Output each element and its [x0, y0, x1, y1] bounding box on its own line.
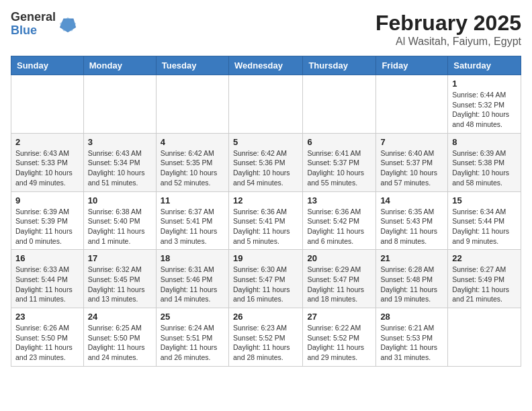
calendar-location: Al Wasitah, Faiyum, Egypt [375, 36, 521, 48]
calendar-cell: 8Sunrise: 6:39 AM Sunset: 5:38 PM Daylig… [448, 133, 521, 191]
calendar-cell: 2Sunrise: 6:43 AM Sunset: 5:33 PM Daylig… [11, 133, 84, 191]
weekday-header-friday: Friday [376, 56, 448, 75]
day-number: 16 [15, 253, 79, 263]
day-info: Sunrise: 6:25 AM Sunset: 5:50 PM Dayligh… [88, 323, 152, 363]
day-info: Sunrise: 6:36 AM Sunset: 5:42 PM Dayligh… [307, 207, 371, 246]
calendar-cell [376, 75, 448, 134]
weekday-header-wednesday: Wednesday [228, 56, 302, 75]
day-number: 12 [233, 195, 298, 205]
day-info: Sunrise: 6:31 AM Sunset: 5:46 PM Dayligh… [161, 265, 224, 304]
day-info: Sunrise: 6:24 AM Sunset: 5:51 PM Dayligh… [161, 323, 224, 363]
calendar-cell: 5Sunrise: 6:42 AM Sunset: 5:36 PM Daylig… [228, 133, 302, 191]
calendar-cell [11, 75, 84, 134]
calendar-cell: 16Sunrise: 6:33 AM Sunset: 5:44 PM Dayli… [11, 250, 84, 308]
day-number: 8 [452, 137, 517, 147]
day-info: Sunrise: 6:35 AM Sunset: 5:43 PM Dayligh… [380, 207, 443, 246]
day-info: Sunrise: 6:27 AM Sunset: 5:49 PM Dayligh… [452, 265, 517, 304]
calendar-cell: 19Sunrise: 6:30 AM Sunset: 5:47 PM Dayli… [228, 250, 302, 308]
calendar-cell: 10Sunrise: 6:38 AM Sunset: 5:40 PM Dayli… [83, 191, 156, 250]
title-block: February 2025 Al Wasitah, Faiyum, Egypt [375, 11, 521, 48]
day-info: Sunrise: 6:42 AM Sunset: 5:36 PM Dayligh… [233, 148, 298, 188]
weekday-header-row: SundayMondayTuesdayWednesdayThursdayFrid… [11, 56, 521, 75]
week-row-1: 1Sunrise: 6:44 AM Sunset: 5:32 PM Daylig… [11, 75, 521, 134]
day-number: 25 [161, 312, 224, 322]
day-number: 28 [380, 312, 443, 322]
logo-blue-text: Blue [11, 24, 56, 38]
day-info: Sunrise: 6:32 AM Sunset: 5:45 PM Dayligh… [88, 265, 152, 304]
weekday-header-tuesday: Tuesday [156, 56, 228, 75]
calendar-cell: 20Sunrise: 6:29 AM Sunset: 5:47 PM Dayli… [303, 250, 376, 308]
day-number: 22 [452, 253, 517, 263]
calendar-cell [303, 75, 376, 134]
calendar-cell: 12Sunrise: 6:36 AM Sunset: 5:41 PM Dayli… [228, 191, 302, 250]
calendar-cell: 27Sunrise: 6:22 AM Sunset: 5:52 PM Dayli… [303, 308, 376, 367]
logo-general-text: General [11, 11, 56, 24]
day-info: Sunrise: 6:36 AM Sunset: 5:41 PM Dayligh… [233, 207, 298, 246]
calendar-cell [156, 75, 228, 134]
weekday-header-saturday: Saturday [448, 56, 521, 75]
week-row-5: 23Sunrise: 6:26 AM Sunset: 5:50 PM Dayli… [11, 308, 521, 367]
day-number: 7 [380, 137, 443, 147]
day-number: 9 [15, 195, 79, 205]
day-number: 14 [380, 195, 443, 205]
day-info: Sunrise: 6:43 AM Sunset: 5:34 PM Dayligh… [88, 148, 152, 188]
day-number: 15 [452, 195, 517, 205]
day-info: Sunrise: 6:39 AM Sunset: 5:39 PM Dayligh… [15, 207, 79, 246]
calendar-cell [83, 75, 156, 134]
day-number: 4 [161, 137, 224, 147]
calendar-cell: 3Sunrise: 6:43 AM Sunset: 5:34 PM Daylig… [83, 133, 156, 191]
week-row-2: 2Sunrise: 6:43 AM Sunset: 5:33 PM Daylig… [11, 133, 521, 191]
calendar-cell: 28Sunrise: 6:21 AM Sunset: 5:53 PM Dayli… [376, 308, 448, 367]
calendar-cell: 17Sunrise: 6:32 AM Sunset: 5:45 PM Dayli… [83, 250, 156, 308]
calendar-cell: 18Sunrise: 6:31 AM Sunset: 5:46 PM Dayli… [156, 250, 228, 308]
day-number: 27 [307, 312, 371, 322]
day-info: Sunrise: 6:38 AM Sunset: 5:40 PM Dayligh… [88, 207, 152, 246]
calendar-cell: 23Sunrise: 6:26 AM Sunset: 5:50 PM Dayli… [11, 308, 84, 367]
day-number: 21 [380, 253, 443, 263]
calendar-cell: 15Sunrise: 6:34 AM Sunset: 5:44 PM Dayli… [448, 191, 521, 250]
day-number: 24 [88, 312, 152, 322]
day-info: Sunrise: 6:23 AM Sunset: 5:52 PM Dayligh… [233, 323, 298, 363]
day-number: 20 [307, 253, 371, 263]
day-number: 10 [88, 195, 152, 205]
calendar-cell: 14Sunrise: 6:35 AM Sunset: 5:43 PM Dayli… [376, 191, 448, 250]
logo-icon [58, 15, 77, 34]
day-info: Sunrise: 6:42 AM Sunset: 5:35 PM Dayligh… [161, 148, 224, 188]
week-row-4: 16Sunrise: 6:33 AM Sunset: 5:44 PM Dayli… [11, 250, 521, 308]
day-info: Sunrise: 6:21 AM Sunset: 5:53 PM Dayligh… [380, 323, 443, 363]
day-number: 2 [15, 137, 79, 147]
calendar-cell: 24Sunrise: 6:25 AM Sunset: 5:50 PM Dayli… [83, 308, 156, 367]
day-info: Sunrise: 6:30 AM Sunset: 5:47 PM Dayligh… [233, 265, 298, 304]
day-info: Sunrise: 6:28 AM Sunset: 5:48 PM Dayligh… [380, 265, 443, 304]
day-number: 26 [233, 312, 298, 322]
calendar-cell: 25Sunrise: 6:24 AM Sunset: 5:51 PM Dayli… [156, 308, 228, 367]
weekday-header-monday: Monday [83, 56, 156, 75]
day-number: 23 [15, 312, 79, 322]
calendar-cell [228, 75, 302, 134]
day-number: 1 [452, 79, 517, 89]
day-info: Sunrise: 6:39 AM Sunset: 5:38 PM Dayligh… [452, 148, 517, 188]
calendar-cell: 7Sunrise: 6:40 AM Sunset: 5:37 PM Daylig… [376, 133, 448, 191]
day-number: 3 [88, 137, 152, 147]
calendar-cell: 13Sunrise: 6:36 AM Sunset: 5:42 PM Dayli… [303, 191, 376, 250]
page-header: General Blue February 2025 Al Wasitah, F… [11, 11, 521, 48]
day-info: Sunrise: 6:29 AM Sunset: 5:47 PM Dayligh… [307, 265, 371, 304]
calendar-cell: 4Sunrise: 6:42 AM Sunset: 5:35 PM Daylig… [156, 133, 228, 191]
day-number: 19 [233, 253, 298, 263]
day-info: Sunrise: 6:41 AM Sunset: 5:37 PM Dayligh… [307, 148, 371, 188]
day-info: Sunrise: 6:22 AM Sunset: 5:52 PM Dayligh… [307, 323, 371, 363]
calendar-cell: 21Sunrise: 6:28 AM Sunset: 5:48 PM Dayli… [376, 250, 448, 308]
week-row-3: 9Sunrise: 6:39 AM Sunset: 5:39 PM Daylig… [11, 191, 521, 250]
weekday-header-thursday: Thursday [303, 56, 376, 75]
day-number: 6 [307, 137, 371, 147]
day-info: Sunrise: 6:44 AM Sunset: 5:32 PM Dayligh… [452, 90, 517, 130]
day-info: Sunrise: 6:26 AM Sunset: 5:50 PM Dayligh… [15, 323, 79, 363]
calendar-cell: 11Sunrise: 6:37 AM Sunset: 5:41 PM Dayli… [156, 191, 228, 250]
day-info: Sunrise: 6:37 AM Sunset: 5:41 PM Dayligh… [161, 207, 224, 246]
day-number: 5 [233, 137, 298, 147]
day-number: 17 [88, 253, 152, 263]
calendar-cell: 9Sunrise: 6:39 AM Sunset: 5:39 PM Daylig… [11, 191, 84, 250]
calendar-title: February 2025 [375, 11, 521, 36]
calendar-cell: 1Sunrise: 6:44 AM Sunset: 5:32 PM Daylig… [448, 75, 521, 134]
calendar-table: SundayMondayTuesdayWednesdayThursdayFrid… [11, 56, 521, 367]
